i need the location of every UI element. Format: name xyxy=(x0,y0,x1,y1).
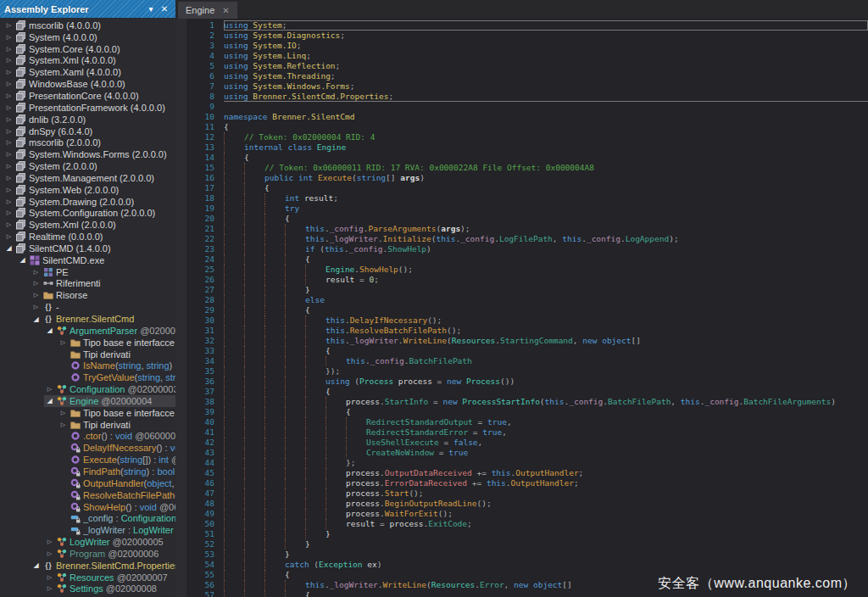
tree-item[interactable]: ▷System.Xml (4.0.0.0) xyxy=(0,55,175,67)
expander-icon[interactable]: ▷ xyxy=(3,57,14,64)
expander-icon[interactable]: ◢ xyxy=(44,326,55,334)
tree-item[interactable]: ▷Configuration @02000003 xyxy=(0,383,175,395)
tree-item[interactable]: ▷System.Management (2.0.0.0) xyxy=(0,172,175,184)
tree-item[interactable]: ▷System.Drawing (2.0.0.0) xyxy=(0,196,175,208)
expander-icon[interactable]: ▷ xyxy=(3,92,14,99)
code-line[interactable]: 22this._logWriter.Initialize(this._confi… xyxy=(175,234,868,244)
tree-item[interactable]: ▷Tipi derivati xyxy=(0,419,175,431)
tree-item[interactable]: ▷{ }- xyxy=(0,301,175,313)
expander-icon[interactable]: ▷ xyxy=(3,163,14,170)
expander-icon[interactable]: ▷ xyxy=(31,304,42,310)
tab-engine[interactable]: Engine ✕ xyxy=(178,2,237,19)
code-line[interactable]: 19try xyxy=(175,204,868,214)
code-line[interactable]: 37{ xyxy=(175,387,868,397)
expander-icon[interactable]: ▷ xyxy=(3,139,14,146)
code-line[interactable]: 26result = 0; xyxy=(175,275,868,285)
code-line[interactable]: 54catch (Exception ex) xyxy=(175,560,868,570)
code-line[interactable]: 53} xyxy=(175,550,868,560)
expander-icon[interactable]: ▷ xyxy=(44,386,55,393)
close-icon[interactable]: ✕ xyxy=(158,4,171,14)
code-line[interactable]: 7using System.Windows.Forms; xyxy=(175,81,868,92)
code-line[interactable]: 40RedirectStandardOutput = true, xyxy=(175,417,868,427)
tree-item[interactable]: ▷Risorse xyxy=(0,289,175,301)
tree-item[interactable]: ◢Engine @02000004 xyxy=(0,395,175,407)
expander-icon[interactable]: ▷ xyxy=(31,269,42,276)
tree-item[interactable]: ▷Settings @02000008 xyxy=(0,583,175,595)
tree-item[interactable]: Execute(string[]) : int @06 xyxy=(0,454,175,466)
tree-item[interactable]: .ctor() : void @06000017 xyxy=(0,431,175,443)
expander-icon[interactable]: ▷ xyxy=(3,81,14,87)
code-line[interactable]: 45process.OutputDataReceived += this.Out… xyxy=(175,468,868,478)
tree-item[interactable]: ◢ArgumentParser @02000002 xyxy=(0,325,175,337)
code-editor[interactable]: 1using System;2using System.Diagnostics;… xyxy=(175,19,868,597)
tree-item[interactable]: ▷System.Configuration (2.0.0.0) xyxy=(0,208,175,220)
code-line[interactable]: 46process.ErrorDataReceived += this.Outp… xyxy=(175,478,868,488)
code-line[interactable]: 24{ xyxy=(175,254,868,265)
code-line[interactable]: 23if (this._config.ShowHelp) xyxy=(175,244,868,254)
code-line[interactable]: 32this._logWriter.WriteLine(Resources.St… xyxy=(175,336,868,346)
expander-icon[interactable]: ▷ xyxy=(3,69,14,75)
code-line[interactable]: 31this.ResolveBatchFilePath(); xyxy=(175,326,868,336)
expander-icon[interactable]: ▷ xyxy=(3,46,14,53)
code-line[interactable]: 36using (Process process = new Process()… xyxy=(175,377,868,387)
code-line[interactable]: 12// Token: 0x02000004 RID: 4 xyxy=(175,132,868,142)
tree-item[interactable]: Tipi derivati xyxy=(0,349,175,360)
expander-icon[interactable]: ▷ xyxy=(3,175,14,181)
tree-item[interactable]: ▷PresentationFramework (4.0.0.0) xyxy=(0,102,175,114)
tree-item[interactable]: ShowHelp() : void @0600 xyxy=(0,501,175,513)
code-line[interactable]: 10namespace Brenner.SilentCmd xyxy=(175,112,868,122)
code-line[interactable]: 49process.WaitForExit(); xyxy=(175,509,868,519)
tree-item[interactable]: ◢SilentCMD.exe xyxy=(0,254,175,266)
expander-icon[interactable]: ▷ xyxy=(3,187,14,193)
code-line[interactable]: 2using System.Diagnostics; xyxy=(175,31,868,41)
code-line[interactable]: 50result = process.ExitCode; xyxy=(175,519,868,529)
tree-item[interactable]: FindPath(string) : bool @ xyxy=(0,466,175,477)
code-line[interactable]: 27} xyxy=(175,285,868,295)
expander-icon[interactable]: ◢ xyxy=(31,561,42,569)
tree-item[interactable]: _logWriter : LogWriter @0 xyxy=(0,524,175,536)
code-line[interactable]: 29{ xyxy=(175,305,868,315)
expander-icon[interactable]: ▷ xyxy=(3,209,14,216)
expander-icon[interactable]: ▷ xyxy=(3,22,14,29)
tree-item[interactable]: DelayIfNecessary() : void @06 xyxy=(0,442,175,454)
code-line[interactable]: 42UseShellExecute = false, xyxy=(175,438,868,448)
tree-item[interactable]: ▷System (4.0.0.0) xyxy=(0,31,175,43)
code-line[interactable]: 30this.DelayIfNecessary(); xyxy=(175,315,868,326)
expander-icon[interactable]: ▷ xyxy=(31,292,42,298)
code-line[interactable]: 47process.Start(); xyxy=(175,488,868,499)
tab-close-icon[interactable]: ✕ xyxy=(222,6,229,15)
expander-icon[interactable]: ◢ xyxy=(31,315,42,323)
tree-item[interactable]: ◢SilentCMD (1.4.0.0) xyxy=(0,243,175,254)
tree-item[interactable]: ▷Program @02000006 xyxy=(0,548,175,560)
code-line[interactable]: 51} xyxy=(175,529,868,539)
tree-item[interactable]: _config : Configuration @ xyxy=(0,512,175,524)
tree-item[interactable]: ▷PresentationCore (4.0.0.0) xyxy=(0,90,175,102)
code-line[interactable]: 11{ xyxy=(175,122,868,132)
chevron-down-icon[interactable]: ▾ xyxy=(144,4,158,14)
tree-item[interactable]: ▷dnSpy (6.0.4.0) xyxy=(0,126,175,137)
code-line[interactable]: 1using System; xyxy=(175,20,868,31)
code-line[interactable]: 44}; xyxy=(175,458,868,468)
expander-icon[interactable]: ▷ xyxy=(58,339,69,346)
code-line[interactable]: 8using Brenner.SilentCmd.Properties; xyxy=(175,92,868,102)
tree-item[interactable]: ▷mscorlib (4.0.0.0) xyxy=(0,20,175,31)
tree-item[interactable]: ▷Tipo base e interfacce xyxy=(0,337,175,349)
tree-item[interactable]: ▷LogWriter @02000005 xyxy=(0,536,175,548)
code-line[interactable]: 18int result; xyxy=(175,193,868,204)
tree-item[interactable]: ▷Tipo base e interfacce xyxy=(0,407,175,419)
expander-icon[interactable]: ▷ xyxy=(3,104,14,111)
expander-icon[interactable]: ▷ xyxy=(3,198,14,205)
expander-icon[interactable]: ▷ xyxy=(3,34,14,41)
code-line[interactable]: 6using System.Threading; xyxy=(175,71,868,81)
expander-icon[interactable]: ▷ xyxy=(58,421,69,428)
code-line[interactable]: 25Engine.ShowHelp(); xyxy=(175,265,868,275)
code-line[interactable]: 52} xyxy=(175,539,868,550)
expander-icon[interactable]: ◢ xyxy=(3,244,14,252)
code-line[interactable]: 28else xyxy=(175,295,868,305)
code-line[interactable]: 38process.StartInfo = new ProcessStartIn… xyxy=(175,397,868,407)
tree-item[interactable]: ▷PE xyxy=(0,266,175,278)
expander-icon[interactable]: ◢ xyxy=(17,256,28,264)
tree-item[interactable]: ▷System.Xml (2.0.0.0) xyxy=(0,219,175,231)
code-line[interactable]: 48process.BeginOutputReadLine(); xyxy=(175,499,868,509)
code-line[interactable]: 34this._config.BatchFilePath xyxy=(175,356,868,366)
